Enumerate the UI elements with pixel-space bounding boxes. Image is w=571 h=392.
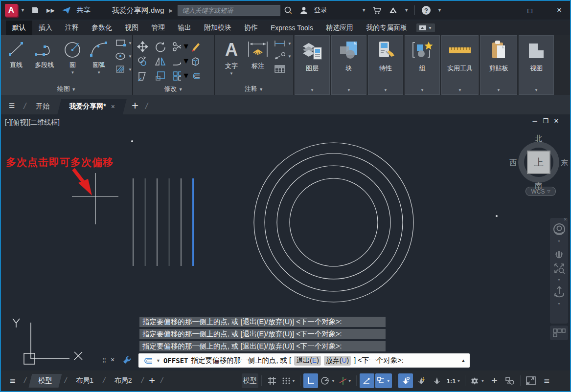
grid-toggle[interactable] — [265, 373, 279, 388]
block-panel-tile[interactable]: 块▼ — [331, 35, 366, 95]
erase-tool-button[interactable] — [190, 39, 207, 54]
ribbon-tab-insert[interactable]: 插入 — [32, 21, 59, 35]
fillet-tool-button[interactable]: ▼ — [172, 54, 190, 68]
command-history-expand-icon[interactable]: ▲ — [461, 358, 466, 363]
start-tab[interactable]: 开始 — [28, 99, 57, 114]
close-button[interactable]: × — [548, 1, 570, 20]
file-tabs-menu-icon[interactable]: ≡ — [9, 100, 15, 111]
commandline-grip[interactable]: ⣿ — [102, 357, 107, 364]
ribbon-tab-home[interactable]: 默认 — [6, 21, 32, 35]
search-icon[interactable] — [284, 6, 293, 15]
ribbon-tab-annotate[interactable]: 注释 — [59, 21, 85, 35]
isolate-objects-button[interactable] — [502, 373, 517, 388]
undo-option-button[interactable]: 放弃(U) — [324, 356, 351, 366]
signin-label[interactable]: 登录 — [314, 6, 327, 15]
tab-close-icon[interactable]: × — [111, 103, 115, 110]
app-menu-caret-icon[interactable]: ▼ — [21, 8, 25, 13]
ortho-toggle[interactable] — [303, 373, 318, 388]
circle-tool-button[interactable]: 圆 ▼ — [60, 37, 86, 75]
annotation-autoscale-toggle[interactable] — [414, 373, 429, 388]
compass-east[interactable]: 东 — [561, 158, 568, 168]
clean-screen-button[interactable] — [524, 373, 538, 388]
array-tool-button[interactable]: ▼ — [172, 68, 190, 83]
object-snap-tracking-toggle[interactable] — [360, 373, 374, 388]
new-file-icon[interactable] — [31, 6, 40, 14]
isodraft-toggle[interactable]: ▼ — [338, 373, 353, 388]
autodesk-caret-icon[interactable]: ▼ — [404, 8, 409, 13]
text-tool-button[interactable]: A 文字 ▼ — [219, 37, 244, 76]
line-tool-button[interactable]: 直线 — [3, 37, 29, 75]
autodesk-logo-icon[interactable] — [388, 6, 398, 14]
view-panel-tile[interactable]: 视图▼ — [519, 35, 554, 95]
layers-panel-tile[interactable]: 图层▼ — [295, 35, 330, 95]
customization-plus-button[interactable]: + — [487, 373, 502, 388]
share-label[interactable]: 共享 — [77, 6, 91, 15]
compass-north[interactable]: 北 — [535, 134, 542, 143]
offset-tool-button[interactable] — [190, 68, 207, 83]
ribbon-tab-manage[interactable]: 管理 — [145, 21, 171, 35]
search-input[interactable] — [178, 5, 280, 16]
showmotion-button[interactable] — [550, 326, 568, 340]
signin-caret-icon[interactable]: ▼ — [362, 8, 366, 13]
mirror-tool-button[interactable] — [155, 54, 172, 68]
ribbon-display-toggle[interactable]: ▼ — [416, 23, 435, 32]
utilities-panel-tile[interactable]: 实用工具▼ — [441, 35, 479, 95]
rectangle-tool-button[interactable]: ▼ — [115, 38, 132, 48]
workspace-gear-button[interactable]: ▼ — [468, 373, 486, 388]
stretch-tool-button[interactable] — [137, 68, 155, 83]
trim-tool-button[interactable]: ▼ — [172, 39, 190, 54]
table-button[interactable] — [274, 65, 292, 73]
commandline-close-icon[interactable]: × — [111, 356, 114, 364]
minimize-button[interactable]: ─ — [488, 1, 509, 20]
move-tool-button[interactable] — [137, 39, 155, 54]
ellipse-tool-button[interactable]: ▼ — [115, 51, 132, 61]
recent-commands-caret-icon[interactable]: ▼ — [156, 358, 160, 363]
user-icon[interactable] — [299, 6, 308, 15]
ribbon-tab-express[interactable]: Express Tools — [264, 21, 320, 35]
help-caret-icon[interactable]: ▼ — [437, 8, 442, 13]
drawing-viewport[interactable]: [-][俯视][二维线框] ─ ❐ ✕ 多次点击即可多次偏移 — [1, 114, 570, 370]
exit-option-button[interactable]: 退出(E) — [294, 356, 321, 366]
polar-tracking-toggle[interactable]: ▼ — [319, 373, 337, 388]
ribbon-tab-featured[interactable]: 精选应用 — [320, 21, 360, 35]
layout2-tab[interactable]: 布局2 — [108, 374, 139, 388]
rotate-tool-button[interactable] — [155, 39, 172, 54]
quick-access-expand-icon[interactable]: ▶▶ — [46, 7, 55, 14]
draw-panel-label[interactable]: 绘图 ▼ — [1, 85, 132, 93]
compass-west[interactable]: 西 — [509, 158, 517, 168]
properties-panel-tile[interactable]: 特性▼ — [368, 35, 403, 95]
ribbon-tab-output[interactable]: 输出 — [171, 21, 198, 35]
navigation-wheel-icon[interactable] — [553, 223, 566, 236]
layout1-tab[interactable]: 布局1 — [69, 374, 100, 388]
annotation-visibility-toggle[interactable] — [398, 373, 413, 388]
annotation-scale-button[interactable] — [430, 373, 444, 388]
ribbon-tab-custom[interactable]: 我的专属面板 — [360, 21, 413, 35]
new-drawing-tab-button[interactable]: + — [132, 99, 138, 112]
extrude-tool-button[interactable] — [190, 54, 207, 68]
arc-tool-button[interactable]: 圆弧 ▼ — [86, 37, 112, 75]
polyline-tool-button[interactable]: 多段线 — [29, 37, 60, 75]
model-space-toggle[interactable]: 模型 — [242, 373, 258, 388]
ribbon-tab-view[interactable]: 视图 — [118, 21, 145, 35]
clipboard-panel-tile[interactable]: 剪贴板▼ — [480, 35, 517, 95]
leader-button[interactable]: ▼ — [274, 52, 292, 61]
statusbar-menu-button[interactable]: ≡ — [539, 373, 554, 388]
layout-tabs-menu-icon[interactable]: ≡ — [10, 375, 16, 387]
hatch-tool-button[interactable]: ▼ — [115, 65, 132, 74]
zoom-extents-icon[interactable] — [553, 262, 565, 274]
share-icon[interactable] — [62, 6, 71, 14]
scale-tool-button[interactable] — [155, 68, 172, 83]
dimension-tool-button[interactable]: 标注 — [244, 37, 272, 76]
linear-dim-button[interactable]: ▼ — [274, 39, 292, 48]
ribbon-tab-addins[interactable]: 附加模块 — [198, 21, 238, 35]
navbar-caret-icon[interactable]: ▼ — [557, 240, 561, 243]
commandline-customize-icon[interactable] — [122, 355, 132, 365]
command-input-bar[interactable]: ▼ OFFSET 指定要偏移的那一侧上的点, 或 [ 退出(E) 放弃(U) ]… — [138, 353, 470, 368]
ribbon-tab-collaborate[interactable]: 协作 — [238, 21, 264, 35]
maximize-button[interactable]: □ — [519, 1, 541, 20]
zoom-caret-icon[interactable]: ▼ — [557, 278, 561, 282]
object-snap-toggle[interactable]: ▼ — [375, 373, 392, 388]
search-arrow-icon[interactable]: ▶ — [169, 8, 173, 13]
scale-value-button[interactable]: 1:1 ▼ — [445, 373, 462, 388]
ribbon-tab-parametric[interactable]: 参数化 — [85, 21, 118, 35]
